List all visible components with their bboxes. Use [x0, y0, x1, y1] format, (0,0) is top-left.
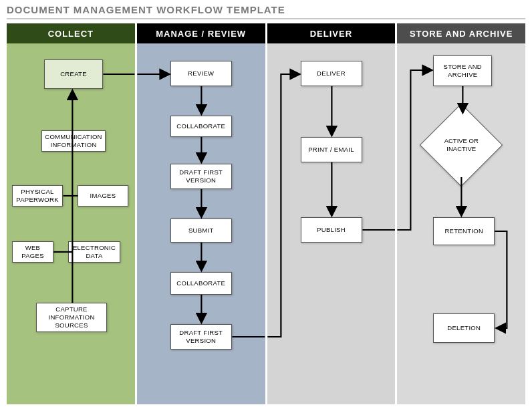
box-review: REVIEW: [170, 61, 232, 86]
box-web-pages: WEB PAGES: [12, 241, 53, 263]
column-deliver: DELIVER DELIVER PRINT / EMAIL PUBLISH: [267, 23, 396, 404]
column-header-store: STORE AND ARCHIVE: [397, 23, 525, 43]
box-images: IMAGES: [78, 185, 128, 206]
arrows-collect: [7, 43, 135, 404]
box-deliver: DELIVER: [301, 61, 362, 86]
column-body-collect: CREATE COMMUNICATION INFORMATION PHYSICA…: [7, 43, 135, 404]
workflow-grid: COLLECT CREATE COMMUNICATION INFORMATION…: [7, 23, 525, 404]
box-print-email: PRINT / EMAIL: [301, 137, 362, 162]
box-collaborate-1: COLLABORATE: [170, 116, 232, 137]
column-header-collect: COLLECT: [7, 23, 135, 43]
box-draft-first-1: DRAFT FIRST VERSION: [170, 164, 232, 189]
column-body-manage: REVIEW COLLABORATE DRAFT FIRST VERSION S…: [137, 43, 265, 404]
box-draft-first-2: DRAFT FIRST VERSION: [170, 324, 232, 350]
decision-active-inactive: ACTIVE OR INACTIVE: [432, 116, 491, 174]
column-collect: COLLECT CREATE COMMUNICATION INFORMATION…: [7, 23, 135, 404]
box-physical-paperwork: PHYSICAL PAPERWORK: [12, 185, 63, 206]
column-manage-review: MANAGE / REVIEW REVIEW COLLABORATE DRAFT…: [137, 23, 265, 404]
box-retention: RETENTION: [433, 217, 495, 245]
column-store-archive: STORE AND ARCHIVE STORE AND ARCHIVE ACTI…: [397, 23, 525, 404]
column-header-deliver: DELIVER: [267, 23, 396, 43]
column-header-manage: MANAGE / REVIEW: [137, 23, 265, 43]
box-create: CREATE: [44, 59, 103, 89]
box-store-archive: STORE AND ARCHIVE: [433, 55, 492, 86]
box-collaborate-2: COLLABORATE: [170, 272, 232, 295]
box-capture-sources: CAPTURE INFORMATION SOURCES: [36, 303, 107, 332]
column-body-store: STORE AND ARCHIVE ACTIVE OR INACTIVE RET…: [397, 43, 525, 404]
column-body-deliver: DELIVER PRINT / EMAIL PUBLISH: [267, 43, 396, 404]
title-divider: [7, 18, 525, 19]
box-submit: SUBMIT: [170, 219, 232, 243]
box-communication-info: COMMUNICATION INFORMATION: [41, 130, 106, 152]
box-electronic-data: ELECTRONIC DATA: [68, 241, 120, 263]
box-publish: PUBLISH: [301, 217, 362, 243]
box-deletion: DELETION: [433, 313, 495, 343]
page-title: DOCUMENT MANAGEMENT WORKFLOW TEMPLATE: [7, 4, 525, 15]
